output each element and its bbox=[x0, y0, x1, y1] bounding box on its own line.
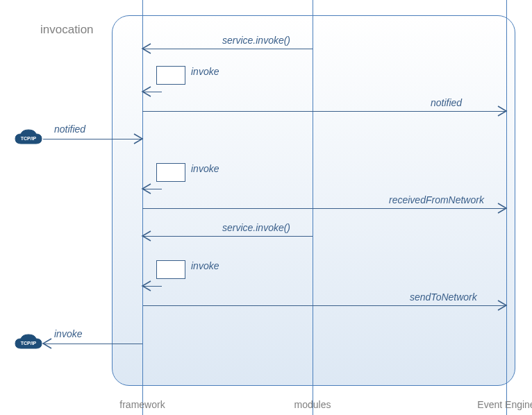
arrowhead-icon bbox=[498, 203, 508, 213]
arrowhead-icon bbox=[498, 300, 508, 310]
arrowhead-icon bbox=[134, 134, 144, 144]
tcpip-cloud-icon: TCP/IP bbox=[14, 128, 43, 149]
arrowhead-icon bbox=[498, 106, 508, 116]
lifeline-event-engine-label: Event Engine bbox=[477, 399, 532, 410]
arrow-service-invoke-1 bbox=[142, 49, 313, 49]
lifeline-framework-label: framework bbox=[119, 399, 165, 410]
self-call-box-3 bbox=[156, 260, 185, 279]
lifeline-modules-label: modules bbox=[294, 399, 331, 410]
arrow-received-label: receivedFromNetwork bbox=[389, 194, 484, 207]
arrowhead-icon bbox=[142, 87, 152, 96]
arrow-received-from-network bbox=[142, 208, 506, 209]
self-call-3-label: invoke bbox=[191, 260, 219, 273]
ext-notified-label: notified bbox=[54, 124, 85, 135]
drop-connector bbox=[142, 305, 143, 344]
arrowhead-icon bbox=[142, 281, 152, 291]
svg-text:TCP/IP: TCP/IP bbox=[21, 136, 37, 141]
ext-invoke-label: invoke bbox=[54, 328, 82, 339]
tcpip-cloud-icon: TCP/IP bbox=[14, 333, 43, 354]
lifeline-framework bbox=[142, 0, 143, 415]
arrowhead-icon bbox=[43, 339, 53, 348]
arrow-send-label: sendToNetwork bbox=[410, 291, 477, 304]
self-call-2-label: invoke bbox=[191, 163, 219, 176]
arrow-send-to-network bbox=[142, 305, 506, 306]
arrow-notified bbox=[142, 111, 506, 112]
arrow-notified-label: notified bbox=[431, 97, 462, 110]
arrow-service-invoke-1-label: service.invoke() bbox=[222, 35, 290, 47]
svg-text:TCP/IP: TCP/IP bbox=[21, 341, 37, 346]
arrow-service-invoke-2 bbox=[142, 236, 313, 237]
arrow-ext-invoke bbox=[43, 344, 142, 344]
arrowhead-icon bbox=[142, 231, 152, 241]
arrowhead-icon bbox=[142, 44, 152, 53]
lifeline-modules bbox=[313, 0, 313, 415]
arrowhead-icon bbox=[142, 184, 152, 194]
arrow-service-invoke-2-label: service.invoke() bbox=[222, 222, 290, 235]
self-call-1-label: invoke bbox=[191, 66, 219, 78]
diagram-title: invocation bbox=[40, 23, 94, 37]
arrow-ext-notified bbox=[43, 139, 142, 139]
self-call-box-1 bbox=[156, 66, 185, 85]
self-call-box-2 bbox=[156, 163, 185, 182]
